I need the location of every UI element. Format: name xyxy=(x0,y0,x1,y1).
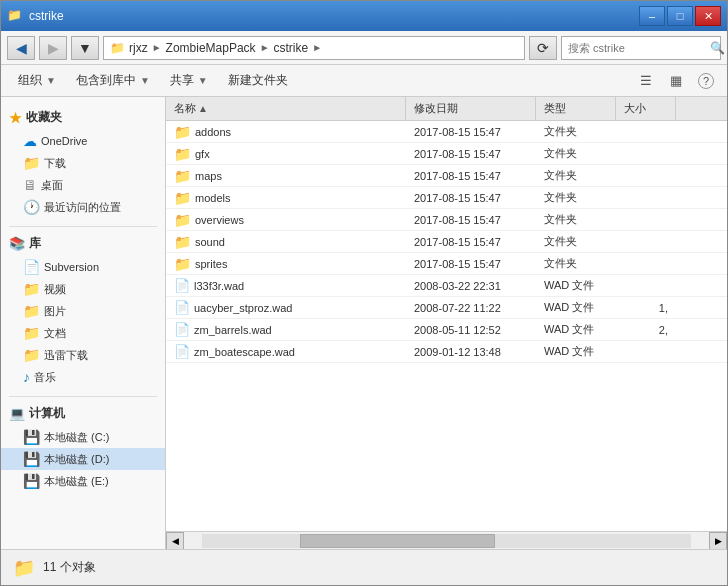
col-type-label: 类型 xyxy=(544,101,566,116)
file-type-cell: WAD 文件 xyxy=(536,276,616,295)
table-row[interactable]: 📄 zm_barrels.wad 2008-05-11 12:52 WAD 文件… xyxy=(166,319,727,341)
sidebar-item-videos[interactable]: 📁 视频 xyxy=(1,278,165,300)
sidebar-item-music[interactable]: ♪ 音乐 xyxy=(1,366,165,388)
horizontal-scrollbar[interactable]: ◀ ▶ xyxy=(166,531,727,549)
include-button[interactable]: 包含到库中 ▼ xyxy=(67,68,159,94)
share-chevron: ▼ xyxy=(198,75,208,86)
drive-c-label: 本地磁盘 (C:) xyxy=(44,430,109,445)
file-name: sprites xyxy=(195,258,227,270)
sidebar-computer-header[interactable]: 💻 计算机 xyxy=(1,401,165,426)
file-date-cell: 2017-08-15 15:47 xyxy=(406,212,536,228)
status-folder-icon: 📁 xyxy=(13,557,35,579)
sidebar-item-downloads[interactable]: 📁 下载 xyxy=(1,152,165,174)
table-row[interactable]: 📁 sound 2017-08-15 15:47 文件夹 xyxy=(166,231,727,253)
table-row[interactable]: 📁 models 2017-08-15 15:47 文件夹 xyxy=(166,187,727,209)
file-type-cell: 文件夹 xyxy=(536,210,616,229)
maximize-button[interactable]: □ xyxy=(667,6,693,26)
file-name: l33f3r.wad xyxy=(194,280,244,292)
column-header-size[interactable]: 大小 xyxy=(616,97,676,120)
file-size-cell xyxy=(616,174,676,178)
view-toggle-button[interactable]: ▦ xyxy=(663,69,689,93)
dropdown-button[interactable]: ▼ xyxy=(71,36,99,60)
path-arrow-1: ► xyxy=(152,42,162,53)
table-row[interactable]: 📄 uacyber_stproz.wad 2008-07-22 11:22 WA… xyxy=(166,297,727,319)
sidebar-divider-2 xyxy=(9,396,157,397)
sidebar-library-header[interactable]: 📚 库 xyxy=(1,231,165,256)
refresh-button[interactable]: ⟳ xyxy=(529,36,557,60)
share-button[interactable]: 共享 ▼ xyxy=(161,68,217,94)
organize-button[interactable]: 组织 ▼ xyxy=(9,68,65,94)
file-date-cell: 2009-01-12 13:48 xyxy=(406,344,536,360)
table-row[interactable]: 📄 zm_boatescape.wad 2009-01-12 13:48 WAD… xyxy=(166,341,727,363)
hscroll-track[interactable] xyxy=(202,534,691,548)
onedrive-label: OneDrive xyxy=(41,135,87,147)
file-name: gfx xyxy=(195,148,210,160)
folder-icon: 📁 xyxy=(174,124,191,140)
file-type-cell: 文件夹 xyxy=(536,254,616,273)
column-header-name[interactable]: 名称 ▲ xyxy=(166,97,406,120)
sidebar-item-desktop[interactable]: 🖥 桌面 xyxy=(1,174,165,196)
subversion-icon: 📄 xyxy=(23,259,40,275)
close-button[interactable]: ✕ xyxy=(695,6,721,26)
view-icon-button[interactable]: ☰ xyxy=(633,69,659,93)
search-box[interactable]: 🔍 xyxy=(561,36,721,60)
file-size-cell xyxy=(616,218,676,222)
minimize-button[interactable]: – xyxy=(639,6,665,26)
back-button[interactable]: ◀ xyxy=(7,36,35,60)
desktop-icon: 🖥 xyxy=(23,177,37,193)
table-row[interactable]: 📁 overviews 2017-08-15 15:47 文件夹 xyxy=(166,209,727,231)
sidebar-item-drive-c[interactable]: 💾 本地磁盘 (C:) xyxy=(1,426,165,448)
statusbar: 📁 11 个对象 xyxy=(1,549,727,585)
sidebar-favorites-header[interactable]: ★ 收藏夹 xyxy=(1,105,165,130)
path-segment-3: cstrike xyxy=(274,41,309,55)
file-name-cell: 📁 gfx xyxy=(166,144,406,164)
column-header-type[interactable]: 类型 xyxy=(536,97,616,120)
file-type-cell: WAD 文件 xyxy=(536,298,616,317)
sidebar-item-pictures[interactable]: 📁 图片 xyxy=(1,300,165,322)
path-arrow-3: ► xyxy=(312,42,322,53)
hscroll-thumb[interactable] xyxy=(300,534,496,548)
cloud-icon: ☁ xyxy=(23,133,37,149)
file-list-header: 名称 ▲ 修改日期 类型 大小 xyxy=(166,97,727,121)
file-size-cell xyxy=(616,262,676,266)
drive-c-icon: 💾 xyxy=(23,429,40,445)
folder-icon: 📁 xyxy=(174,234,191,250)
table-row[interactable]: 📁 maps 2017-08-15 15:47 文件夹 xyxy=(166,165,727,187)
folder-icon: 📁 xyxy=(174,190,191,206)
file-name: zm_barrels.wad xyxy=(194,324,272,336)
sidebar-item-recent[interactable]: 🕐 最近访问的位置 xyxy=(1,196,165,218)
file-name: zm_boatescape.wad xyxy=(194,346,295,358)
file-size-cell xyxy=(616,350,676,354)
new-folder-button[interactable]: 新建文件夹 xyxy=(219,68,297,94)
library-icon: 📚 xyxy=(9,236,25,251)
file-date-cell: 2008-07-22 11:22 xyxy=(406,300,536,316)
search-input[interactable] xyxy=(568,42,706,54)
include-label: 包含到库中 xyxy=(76,72,136,89)
sidebar-item-documents[interactable]: 📁 文档 xyxy=(1,322,165,344)
sidebar-item-drive-d[interactable]: 💾 本地磁盘 (D:) xyxy=(1,448,165,470)
sidebar-item-drive-e[interactable]: 💾 本地磁盘 (E:) xyxy=(1,470,165,492)
documents-label: 文档 xyxy=(44,326,66,341)
table-row[interactable]: 📄 l33f3r.wad 2008-03-22 22:31 WAD 文件 xyxy=(166,275,727,297)
help-button[interactable]: ? xyxy=(693,69,719,93)
sidebar-item-onedrive[interactable]: ☁ OneDrive xyxy=(1,130,165,152)
hscroll-left-button[interactable]: ◀ xyxy=(166,532,184,550)
sidebar-item-xunlei[interactable]: 📁 迅雷下载 xyxy=(1,344,165,366)
file-name-cell: 📁 sprites xyxy=(166,254,406,274)
table-row[interactable]: 📁 gfx 2017-08-15 15:47 文件夹 xyxy=(166,143,727,165)
file-date-cell: 2008-03-22 22:31 xyxy=(406,278,536,294)
recent-icon: 🕐 xyxy=(23,199,40,215)
address-path[interactable]: 📁 rjxz ► ZombieMapPack ► cstrike ► xyxy=(103,36,525,60)
toolbar-right: ☰ ▦ ? xyxy=(633,69,719,93)
hscroll-right-button[interactable]: ▶ xyxy=(709,532,727,550)
music-label: 音乐 xyxy=(34,370,56,385)
file-size-cell xyxy=(616,152,676,156)
music-icon: ♪ xyxy=(23,369,30,385)
table-row[interactable]: 📁 sprites 2017-08-15 15:47 文件夹 xyxy=(166,253,727,275)
forward-button[interactable]: ▶ xyxy=(39,36,67,60)
file-date-cell: 2008-05-11 12:52 xyxy=(406,322,536,338)
file-list: 📁 addons 2017-08-15 15:47 文件夹 📁 gfx 2017… xyxy=(166,121,727,531)
sidebar-item-subversion[interactable]: 📄 Subversion xyxy=(1,256,165,278)
column-header-date[interactable]: 修改日期 xyxy=(406,97,536,120)
table-row[interactable]: 📁 addons 2017-08-15 15:47 文件夹 xyxy=(166,121,727,143)
